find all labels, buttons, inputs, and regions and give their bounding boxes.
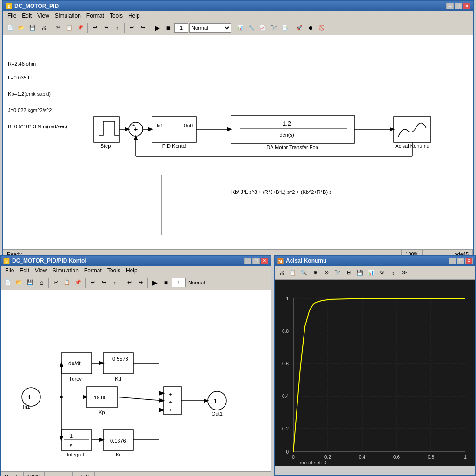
- pid-paste-button[interactable]: 📌: [73, 278, 83, 288]
- pid-run-button[interactable]: ▶: [150, 278, 160, 288]
- pid-undo2-button[interactable]: ↩: [124, 278, 134, 288]
- pid-sim-time-input[interactable]: [172, 278, 186, 287]
- pid-menu-tools[interactable]: Tools: [105, 267, 123, 274]
- pid-menu-view[interactable]: View: [32, 267, 50, 274]
- scope-print-button[interactable]: 🖨: [277, 268, 287, 278]
- main-window-title: DC_MOTOR_PID: [14, 3, 59, 9]
- pid-open-button[interactable]: 📂: [14, 278, 24, 288]
- pid-undo-button[interactable]: ↩: [87, 278, 98, 288]
- kp-label: Kp: [99, 410, 105, 415]
- pid-redo-button[interactable]: ↪: [99, 278, 109, 288]
- pid-maximize-button[interactable]: □: [252, 258, 260, 264]
- pid-menu-edit[interactable]: Edit: [17, 267, 32, 274]
- pid-status-bar: Ready 100% ode45: [1, 471, 271, 476]
- pid-cut-button[interactable]: ✂: [51, 278, 61, 288]
- pid-window-title: DC_MOTOR_PID/PID Kontol: [12, 258, 86, 264]
- pid-status-zoom: 100%: [24, 472, 45, 476]
- pid-copy-button[interactable]: 📋: [62, 278, 72, 288]
- model-button[interactable]: 📈: [258, 23, 268, 33]
- redo2-button[interactable]: ↪: [138, 23, 148, 33]
- scope-close-button[interactable]: ✕: [465, 258, 473, 264]
- sim-mode-select[interactable]: Normal Accelerator: [189, 23, 231, 33]
- svg-text:0.1376: 0.1376: [110, 438, 126, 443]
- main-canvas: R=2.46 ohm L=0.035 H Kb=1.2(emk sabiti) …: [3, 35, 473, 249]
- svg-text:19.88: 19.88: [94, 395, 107, 400]
- scope-zoom-button[interactable]: 🔍: [299, 268, 309, 278]
- up-button[interactable]: ↑: [112, 23, 122, 33]
- scope-params-button[interactable]: 📊: [366, 268, 376, 278]
- step-label: Step: [100, 143, 111, 149]
- menu-help[interactable]: Help: [126, 12, 143, 20]
- debug-button[interactable]: 🔧: [246, 23, 257, 33]
- param-j: J=0.022 kgm^2/s^2: [8, 107, 52, 113]
- pid-stop-button[interactable]: ■: [161, 278, 171, 288]
- menu-format[interactable]: Format: [84, 12, 107, 20]
- undo2-button[interactable]: ↩: [126, 23, 137, 33]
- scope-minimize-button[interactable]: ─: [449, 258, 456, 264]
- pid-menu-help[interactable]: Help: [123, 267, 140, 274]
- pid-menu-file[interactable]: File: [2, 267, 17, 274]
- scope-window-controls[interactable]: ─ □ ✕: [449, 258, 473, 264]
- pid-menu-format[interactable]: Format: [81, 267, 105, 274]
- pid-new-button[interactable]: 📄: [3, 278, 13, 288]
- scope-save-button[interactable]: 💾: [355, 268, 365, 278]
- redo-button[interactable]: ↪: [101, 23, 111, 33]
- sim-time-input[interactable]: [174, 23, 188, 33]
- maximize-button[interactable]: □: [455, 3, 462, 9]
- stop2-button[interactable]: 🚫: [317, 23, 327, 33]
- pid-sep1: [48, 278, 49, 288]
- scope-zoom-y-button[interactable]: ⊗: [321, 268, 331, 278]
- pid-window-controls[interactable]: ─ □ ✕: [244, 258, 268, 264]
- record-button[interactable]: ⏺: [305, 23, 316, 33]
- scope-binoculars-button[interactable]: 🔭: [332, 268, 343, 278]
- scope-more-button[interactable]: ≫: [399, 268, 410, 278]
- y-label-02: 0.2: [282, 426, 289, 431]
- scope2-button[interactable]: 🔭: [269, 23, 279, 33]
- scope-maximize-button[interactable]: □: [457, 258, 464, 264]
- close-button[interactable]: ✕: [463, 3, 470, 9]
- cut-button[interactable]: ✂: [53, 23, 63, 33]
- open-button[interactable]: 📂: [16, 23, 26, 33]
- y-label-08: 0.8: [282, 329, 289, 334]
- new-button[interactable]: 📄: [5, 23, 15, 33]
- svg-rect-41: [275, 280, 475, 466]
- minimize-button[interactable]: ─: [446, 3, 454, 9]
- menu-view[interactable]: View: [34, 12, 52, 20]
- library-button[interactable]: 📊: [235, 23, 245, 33]
- pid-close-button[interactable]: ✕: [261, 258, 268, 264]
- scope-zoom-x-button[interactable]: ⊕: [310, 268, 320, 278]
- save-button[interactable]: 💾: [27, 23, 38, 33]
- run-button[interactable]: ▶: [152, 23, 162, 33]
- copy-button[interactable]: 📋: [64, 23, 74, 33]
- scope-window: M Acisal Konumu ─ □ ✕ 🖨 📋 🔍 ⊕ ⊗ 🔭 ⊞ 💾 📊 …: [274, 255, 476, 476]
- pid-redo2-button[interactable]: ↪: [135, 278, 145, 288]
- pid-menu-simulation[interactable]: Simulation: [50, 267, 81, 274]
- pid-print-button[interactable]: 🖨: [36, 278, 46, 288]
- param-kb: Kb=1.2(emk sabiti): [8, 91, 51, 97]
- param-b: B=0.5*10^-3 N-m(rad/sec): [8, 124, 67, 129]
- paste-button[interactable]: 📌: [75, 23, 86, 33]
- menu-edit[interactable]: Edit: [19, 12, 34, 20]
- pid-minimize-button[interactable]: ─: [244, 258, 251, 264]
- print-button[interactable]: 🖨: [39, 23, 49, 33]
- sep6: [292, 23, 292, 33]
- menu-simulation[interactable]: Simulation: [52, 12, 84, 20]
- pid-toolbar: 📄 📂 💾 🖨 ✂ 📋 📌 ↩ ↪ ↑ ↩ ↪ ▶ ■ Normal: [1, 275, 271, 290]
- window-controls[interactable]: ─ □ ✕: [446, 3, 470, 9]
- stop-button[interactable]: ■: [163, 23, 173, 33]
- undo-button[interactable]: ↩: [90, 23, 100, 33]
- svg-text:+: +: [169, 391, 172, 397]
- doc-button[interactable]: 📑: [280, 23, 290, 33]
- pid-title-bar: S DC_MOTOR_PID/PID Kontol ─ □ ✕: [1, 256, 271, 266]
- pid-save-button[interactable]: 💾: [25, 278, 35, 288]
- menu-tools[interactable]: Tools: [107, 12, 126, 20]
- start-button[interactable]: 🚀: [294, 23, 304, 33]
- scope-settings-button[interactable]: ⚙: [377, 268, 387, 278]
- scope-copy-button[interactable]: 📋: [288, 268, 298, 278]
- menu-file[interactable]: File: [5, 12, 19, 20]
- scope-autoscale-button[interactable]: ⊞: [344, 268, 354, 278]
- scope-extra-button[interactable]: ↕: [388, 268, 398, 278]
- param-r: R=2.46 ohm: [8, 61, 36, 66]
- pid-up-button[interactable]: ↑: [110, 278, 120, 288]
- in1-label: In1: [23, 404, 30, 410]
